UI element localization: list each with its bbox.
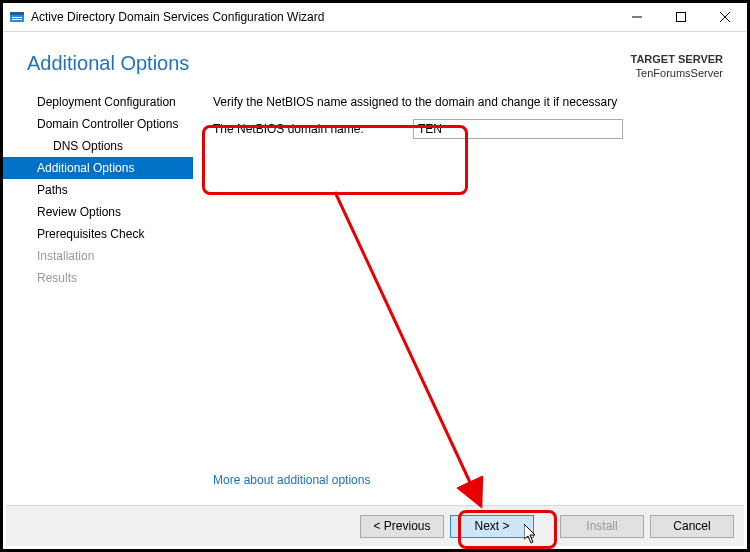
sidebar-item-label: DNS Options [53, 139, 123, 153]
svg-rect-1 [10, 12, 24, 15]
netbios-input[interactable] [413, 119, 623, 139]
body: Deployment Configuration Domain Controll… [3, 91, 747, 471]
sidebar-item-paths[interactable]: Paths [3, 179, 193, 201]
sidebar-item-deployment-configuration[interactable]: Deployment Configuration [3, 91, 193, 113]
sidebar-item-dns-options[interactable]: DNS Options [3, 135, 193, 157]
header: Additional Options TARGET SERVER TenForu… [3, 32, 747, 91]
sidebar-item-prerequisites-check[interactable]: Prerequisites Check [3, 223, 193, 245]
sidebar-item-label: Paths [37, 183, 68, 197]
wizard-window: Active Directory Domain Services Configu… [0, 0, 750, 552]
target-server-label: TARGET SERVER [631, 52, 724, 66]
sidebar-item-label: Prerequisites Check [37, 227, 144, 241]
netbios-row: The NetBIOS domain name: [213, 119, 727, 139]
sidebar-item-label: Review Options [37, 205, 121, 219]
svg-rect-2 [12, 17, 22, 18]
content: Verify the NetBIOS name assigned to the … [193, 91, 747, 471]
next-button[interactable]: Next > [450, 515, 534, 538]
cancel-button[interactable]: Cancel [650, 515, 734, 538]
window-title: Active Directory Domain Services Configu… [31, 10, 324, 24]
page-title: Additional Options [27, 52, 631, 75]
sidebar-item-additional-options[interactable]: Additional Options [3, 157, 193, 179]
instruction-text: Verify the NetBIOS name assigned to the … [213, 95, 727, 109]
sidebar: Deployment Configuration Domain Controll… [3, 91, 193, 471]
svg-rect-3 [12, 19, 22, 20]
sidebar-item-domain-controller-options[interactable]: Domain Controller Options [3, 113, 193, 135]
sidebar-item-results: Results [3, 267, 193, 289]
sidebar-item-label: Additional Options [37, 161, 134, 175]
sidebar-item-label: Results [37, 271, 77, 285]
minimize-button[interactable] [615, 3, 659, 31]
sidebar-item-label: Deployment Configuration [37, 95, 176, 109]
more-about-link[interactable]: More about additional options [213, 473, 370, 487]
netbios-label: The NetBIOS domain name: [213, 122, 413, 136]
maximize-button[interactable] [659, 3, 703, 31]
app-icon [9, 9, 25, 25]
footer: < Previous Next > Install Cancel [6, 505, 744, 546]
sidebar-item-label: Domain Controller Options [37, 117, 178, 131]
previous-button[interactable]: < Previous [360, 515, 444, 538]
close-button[interactable] [703, 3, 747, 31]
sidebar-item-installation: Installation [3, 245, 193, 267]
sidebar-item-review-options[interactable]: Review Options [3, 201, 193, 223]
sidebar-item-label: Installation [37, 249, 94, 263]
svg-rect-5 [677, 13, 686, 22]
install-button: Install [560, 515, 644, 538]
target-server-value: TenForumsServer [631, 66, 724, 80]
titlebar: Active Directory Domain Services Configu… [3, 3, 747, 32]
target-server-block: TARGET SERVER TenForumsServer [631, 52, 724, 81]
